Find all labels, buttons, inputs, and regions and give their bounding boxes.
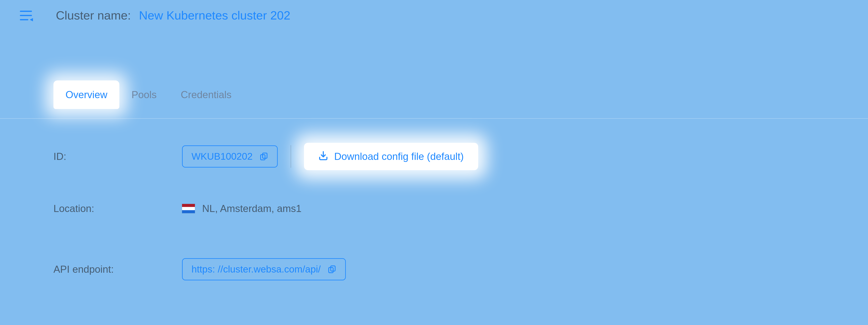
id-label: ID: [54,151,182,162]
vertical-separator [290,145,291,168]
tab-credentials[interactable]: Credentials [168,81,244,109]
id-value-box[interactable]: WKUB100202 [182,145,278,168]
cluster-name-value[interactable]: New Kubernetes cluster 202 [139,8,290,22]
nl-flag-icon [182,204,195,213]
breadcrumb-menu-icon[interactable] [19,9,34,22]
location-value: NL, Amsterdam, ams1 [202,203,302,214]
api-endpoint-label: API endpoint: [54,263,182,275]
page-title: Cluster name: New Kubernetes cluster 202 [56,8,290,22]
location-label: Location: [54,203,182,214]
download-config-button[interactable]: Download config file (default) [304,143,478,170]
tab-underline [0,118,868,119]
tabs: Overview Pools Credentials [54,81,244,109]
tab-pools[interactable]: Pools [119,81,168,109]
id-value: WKUB100202 [191,152,253,161]
download-icon [318,151,328,162]
copy-icon[interactable] [328,265,336,273]
tab-overview[interactable]: Overview [54,81,119,109]
page-title-label: Cluster name: [56,8,131,22]
download-config-label: Download config file (default) [334,151,464,161]
api-endpoint-box[interactable]: https: //cluster.websa.com/api/ [182,258,346,280]
copy-icon[interactable] [260,152,268,161]
api-endpoint-value: https: //cluster.websa.com/api/ [191,264,321,274]
